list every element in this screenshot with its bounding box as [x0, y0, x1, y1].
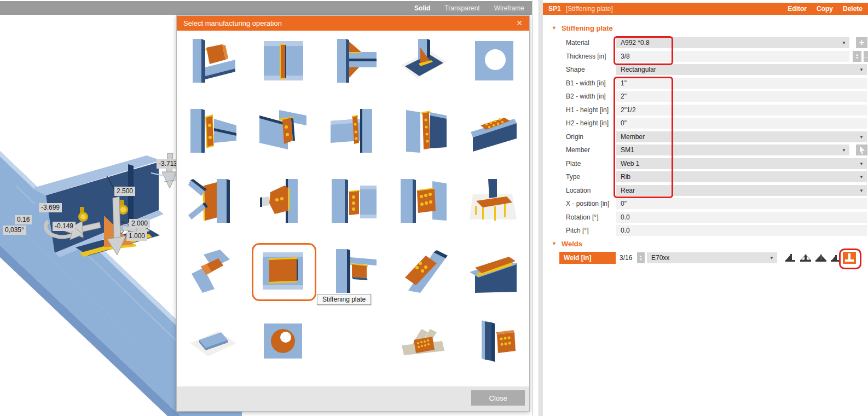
close-button[interactable]: Close: [471, 390, 525, 406]
panel-actions: EditorCopyDelete: [788, 3, 863, 15]
origin-field[interactable]: Member▼: [616, 131, 867, 142]
operation-thumb-tube-saddle[interactable]: [188, 249, 238, 293]
operation-thumb-corner-gusset[interactable]: [188, 39, 238, 83]
fillet-weld-single-icon[interactable]: [829, 252, 842, 264]
material-field[interactable]: A992 *0.8▼: [616, 37, 849, 48]
operation-thumb-base-plate-rib[interactable]: [398, 39, 448, 83]
h2-height-label: H2 - height [in]: [566, 118, 609, 129]
view-mode-transparent[interactable]: Transparent: [444, 4, 479, 12]
rotation-value: 0.0: [621, 213, 630, 221]
plate-field[interactable]: Web 1▼: [616, 158, 867, 169]
operation-thumb-gusset-stub[interactable]: [258, 179, 308, 223]
operation-thumb-opening-hole[interactable]: [468, 39, 518, 83]
pitch-field[interactable]: 0.0: [616, 225, 867, 236]
rotation-field[interactable]: 0.0: [616, 212, 867, 223]
operation-thumb-gusset-braces[interactable]: [188, 179, 238, 223]
view-mode-toolbar: SolidTransparentWireframe: [0, 1, 532, 15]
operation-thumb-end-plate-beam[interactable]: [258, 109, 308, 153]
type-label: Type: [566, 171, 580, 182]
operation-thumb-embedded-beam[interactable]: [188, 319, 238, 363]
fillet-weld-both-hollow-icon[interactable]: [799, 252, 812, 264]
fillet-weld-left-icon[interactable]: [784, 252, 797, 264]
thickness-spinner[interactable]: ▲▼: [853, 51, 861, 62]
dimension-label: 0,035°: [3, 226, 26, 235]
material-value: A992 *0.8: [621, 39, 650, 47]
cursor-icon: [858, 146, 866, 154]
operation-thumb-haunch-stiffeners[interactable]: [328, 39, 378, 83]
view-mode-wireframe[interactable]: Wireframe: [494, 4, 524, 12]
chevron-down-icon: ▼: [859, 175, 864, 180]
member-field[interactable]: SM1▼: [616, 145, 849, 155]
operation-thumb-web-stiffener[interactable]: [258, 39, 308, 83]
operation-thumb-rib-under-flange[interactable]: [328, 249, 378, 293]
operation-thumb-gusset-diagonal[interactable]: [398, 249, 448, 293]
view-mode-solid[interactable]: Solid: [414, 4, 430, 12]
panel-divider: [532, 0, 533, 416]
h1-height-value: 2"1/2: [621, 106, 636, 114]
b1-width-value: 1": [621, 79, 627, 87]
rotation-label: Rotation [°]: [566, 212, 599, 223]
operation-thumb-flange-cover[interactable]: [468, 249, 518, 293]
editor-button[interactable]: Editor: [788, 3, 807, 15]
thickness-field[interactable]: 3/8: [616, 51, 849, 62]
thickness-label: Thickness [in]: [566, 51, 606, 62]
operation-thumb-side-plate-bolted[interactable]: [468, 319, 518, 363]
b1-width-field[interactable]: 1": [616, 78, 867, 89]
shape-label: Shape: [566, 64, 585, 75]
delete-button[interactable]: Delete: [843, 3, 863, 15]
ellipsis-icon[interactable]: …: [864, 51, 868, 62]
h1-height-field[interactable]: 2"1/2: [616, 105, 867, 115]
copy-button[interactable]: Copy: [817, 3, 833, 15]
member-value: SM1: [621, 146, 634, 154]
fillet-weld-both-filled-icon[interactable]: [814, 252, 828, 264]
operation-thumb-end-plate-tall[interactable]: [398, 109, 448, 153]
h2-height-value: 0": [621, 119, 627, 127]
operation-thumb-stiffening-plate[interactable]: [258, 249, 308, 293]
spinner-down-icon[interactable]: ▼: [855, 56, 859, 60]
operation-thumb-fin-plate[interactable]: [328, 109, 378, 153]
section-stiffening-plate[interactable]: ▼Stiffening plate: [552, 24, 613, 32]
x-position-value: 0": [621, 200, 627, 207]
operation-thumb-flange-cover-bolted[interactable]: [468, 109, 518, 153]
type-value: Rib: [621, 173, 630, 181]
properties-panel: SP1 [Stiffening plate] EditorCopyDelete …: [543, 0, 868, 416]
tooltip: Stiffening plate: [317, 294, 371, 305]
pitch-value: 0.0: [621, 227, 630, 234]
section-welds[interactable]: ▼Welds: [552, 240, 582, 248]
chevron-down-icon: ▼: [859, 188, 864, 193]
dimension-label: 1.000: [126, 232, 147, 241]
type-field[interactable]: Rib▼: [616, 171, 867, 182]
chevron-down-icon: ▼: [842, 41, 846, 45]
operation-thumb-end-plate[interactable]: [188, 109, 238, 153]
b2-width-label: B2 - width [in]: [566, 91, 606, 102]
plus-icon[interactable]: +: [856, 37, 867, 48]
operation-thumb-splice-plate[interactable]: [398, 179, 448, 223]
x-position-field[interactable]: 0": [616, 198, 867, 209]
b2-width-field[interactable]: 2": [616, 91, 867, 102]
butt-weld-icon[interactable]: [843, 252, 856, 264]
dimension-label: 0.16: [15, 215, 32, 224]
operation-thumb-fin-plate-bolted[interactable]: [328, 179, 378, 223]
shape-field[interactable]: Rectangular▼: [616, 64, 867, 75]
operation-thumb-anchored-plate[interactable]: [468, 179, 518, 223]
dialog-title: Select manufacturing operation: [183, 16, 282, 31]
collapse-icon: ▼: [552, 241, 557, 246]
chevron-down-icon: ▼: [842, 148, 846, 153]
member-label: Member: [566, 145, 590, 155]
h2-height-field[interactable]: 0": [616, 118, 867, 129]
location-field[interactable]: Rear▼: [616, 185, 867, 196]
operation-thumb-tube-opening[interactable]: [258, 319, 308, 363]
origin-label: Origin: [566, 131, 583, 142]
weld-size-spinner[interactable]: ▲▼: [637, 252, 645, 263]
operation-thumb-cross-connection[interactable]: [398, 319, 448, 363]
origin-value: Member: [621, 133, 645, 141]
weld-electrode-field[interactable]: E70xx▼: [647, 252, 777, 263]
pick-member-button[interactable]: [856, 145, 867, 155]
weld-label-chip[interactable]: Weld [in]: [559, 252, 616, 264]
select-operation-dialog: Select manufacturing operation ✕ Stiffen…: [176, 15, 530, 412]
operation-thumb-empty: [328, 319, 378, 363]
material-label: Material: [566, 37, 589, 48]
close-icon[interactable]: ✕: [516, 16, 523, 31]
thickness-value: 3/8: [621, 53, 630, 60]
dimension-label: -3.699: [39, 203, 62, 212]
